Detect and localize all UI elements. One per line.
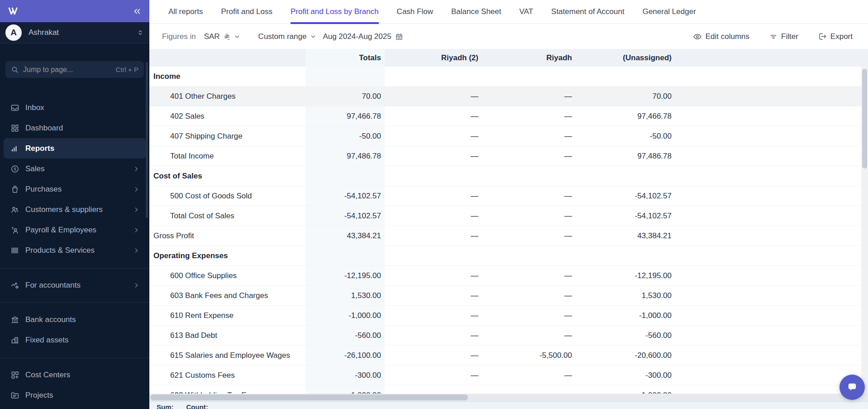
table-row[interactable]: 610 Rent Expense -1,000.00 — — -1,000.00: [149, 306, 868, 326]
vertical-scrollbar-thumb[interactable]: [862, 69, 867, 168]
export-button[interactable]: Export: [818, 32, 853, 41]
sidebar-item-for-accountants[interactable]: For accountants: [4, 275, 146, 295]
table-row[interactable]: 500 Cost of Goods Sold -54,102.57 — — -5…: [149, 186, 868, 206]
table-row[interactable]: 402 Sales 97,466.78 — — 97,466.78: [149, 106, 868, 126]
report-tab[interactable]: Balance Sheet: [451, 0, 501, 24]
cell-totals: 43,384.21: [305, 226, 385, 245]
chevron-right-icon: [133, 247, 139, 254]
sidebar-divider: [0, 302, 149, 303]
column-header-riyadh[interactable]: Riyadh: [482, 53, 576, 63]
sidebar-item-label: Products & Services: [25, 246, 95, 255]
report-tab[interactable]: VAT: [520, 0, 534, 24]
reports-icon: [10, 144, 20, 154]
cell-riyadh-2: —: [385, 192, 482, 201]
table-row[interactable]: 600 Office Supplies -12,195.00 — — -12,1…: [149, 266, 868, 286]
table-row[interactable]: Total Cost of Sales -54,102.57 — — -54,1…: [149, 206, 868, 226]
report-tab[interactable]: Profit and Loss by Branch: [291, 0, 379, 24]
report-tab[interactable]: Profit and Loss: [221, 0, 272, 24]
report-tab[interactable]: All reports: [168, 0, 203, 24]
table-row[interactable]: Gross Profit 43,384.21 — — 43,384.21: [149, 226, 868, 246]
table-row[interactable]: Income: [149, 67, 868, 87]
table-row[interactable]: 615 Salaries and Employee Wages -26,100.…: [149, 346, 868, 366]
sidebar-collapse-icon[interactable]: [132, 6, 142, 16]
column-header-unassigned[interactable]: (Unassigned): [576, 53, 675, 63]
count-label: Count:: [186, 403, 208, 409]
sidebar-item-dashboard[interactable]: Dashboard: [4, 118, 146, 138]
table-row[interactable]: 407 Shipping Charge -50.00 — — -50.00: [149, 126, 868, 146]
cell-riyadh: —: [482, 271, 576, 280]
sidebar-item-payroll-employees[interactable]: $ Payroll & Employees: [4, 220, 146, 240]
range-type-value: Custom range: [258, 32, 307, 41]
report-tab[interactable]: Cash Flow: [397, 0, 433, 24]
table-row[interactable]: 621 Customs Fees -300.00 — — -300.00: [149, 366, 868, 385]
vertical-scrollbar[interactable]: [861, 67, 868, 394]
cell-unassigned: -54,102.57: [576, 192, 675, 201]
table-row[interactable]: Cost of Sales: [149, 166, 868, 186]
sidebar-item-products-services[interactable]: Products & Services: [4, 240, 146, 260]
sidebar-item-label: Customers & suppliers: [25, 205, 103, 214]
sidebar-item-inbox[interactable]: Inbox: [4, 97, 146, 118]
filter-label: Filter: [781, 32, 798, 41]
chat-widget-button[interactable]: [839, 375, 865, 400]
horizontal-scrollbar[interactable]: [149, 394, 868, 401]
tab-label: Profit and Loss: [221, 7, 272, 16]
sidebar-item-customers-suppliers[interactable]: Customers & suppliers: [4, 199, 146, 220]
cell-totals: -560.00: [305, 326, 385, 345]
customers-icon: [10, 205, 20, 215]
sidebar-item-projects[interactable]: Projects: [4, 385, 146, 405]
cell-unassigned: -300.00: [576, 371, 675, 380]
row-label: Operating Expenses: [149, 251, 305, 260]
sidebar-brand-bar: [0, 0, 149, 22]
sidebar-item-label: Dashboard: [25, 124, 63, 133]
edit-columns-label: Edit columns: [706, 32, 749, 41]
table-row[interactable]: 401 Other Charges 70.00 — — 70.00: [149, 87, 868, 106]
sidebar-item-reports[interactable]: Reports: [4, 138, 146, 159]
cell-riyadh: —: [482, 231, 576, 241]
cell-totals: [305, 166, 385, 186]
jump-to-page-search[interactable]: Jump to page... Ctrl + P: [5, 61, 144, 78]
sum-label: Sum:: [157, 403, 174, 409]
report-tab[interactable]: Statement of Account: [551, 0, 625, 24]
sidebar-divider: [0, 358, 149, 358]
sidebar-item-bank-accounts[interactable]: Bank accounts: [4, 309, 146, 330]
cost-centers-icon: [10, 370, 20, 380]
edit-columns-button[interactable]: Edit columns: [693, 32, 749, 41]
sidebar-scrollbar-thumb[interactable]: [146, 62, 148, 218]
date-range-type-select[interactable]: Custom range: [258, 32, 317, 41]
sidebar-item-label: For accountants: [25, 281, 81, 290]
table-row[interactable]: Operating Expenses: [149, 246, 868, 266]
row-label: Cost of Sales: [149, 172, 305, 181]
cell-totals: -12,195.00: [305, 266, 385, 285]
row-label: Total Cost of Sales: [149, 212, 305, 221]
cell-totals: -1,000.00: [305, 385, 385, 394]
horizontal-scrollbar-thumb[interactable]: [150, 395, 468, 400]
purchases-icon: [10, 184, 20, 194]
report-tab[interactable]: General Ledger: [643, 0, 696, 24]
cell-riyadh: —: [482, 192, 576, 201]
cell-riyadh: —: [482, 371, 576, 380]
date-range-picker[interactable]: Aug 2024-Aug 2025: [323, 32, 403, 41]
cell-riyadh-2: —: [385, 271, 482, 280]
tab-label: Profit and Loss by Branch: [291, 7, 379, 16]
table-row[interactable]: Total Income 97,486.78 — — 97,486.78: [149, 146, 868, 166]
currency-select[interactable]: SAR: [204, 32, 240, 41]
cell-riyadh-2: —: [385, 152, 482, 161]
cell-riyadh: —: [482, 132, 576, 141]
table-row[interactable]: 603 Bank Fees and Charges 1,530.00 — — 1…: [149, 286, 868, 306]
sidebar-item-label: Bank accounts: [25, 315, 76, 324]
bank-icon: [10, 315, 20, 325]
avatar: A: [5, 24, 22, 41]
filter-button[interactable]: Filter: [769, 32, 798, 41]
dashboard-icon: [10, 123, 20, 133]
table-row[interactable]: 622 Withholding Tax Ex -1,000.00 — — -1,…: [149, 385, 868, 394]
table-row[interactable]: 613 Bad Debt -560.00 — — -560.00: [149, 326, 868, 346]
column-header-totals[interactable]: Totals: [305, 49, 385, 67]
sidebar-item-purchases[interactable]: Purchases: [4, 179, 146, 199]
sidebar-item-fixed-assets[interactable]: Fixed assets: [4, 330, 146, 350]
chevron-right-icon: [133, 166, 139, 172]
account-switcher[interactable]: A Ashrakat: [0, 22, 149, 43]
sidebar-item-sales[interactable]: $ Sales: [4, 159, 146, 179]
column-header-riyadh-2[interactable]: Riyadh (2): [385, 53, 482, 63]
products-icon: [10, 245, 20, 255]
sidebar-item-cost-centers[interactable]: Cost Centers: [4, 365, 146, 385]
